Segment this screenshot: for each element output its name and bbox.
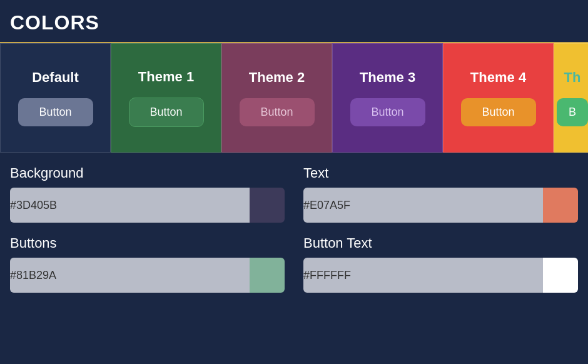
theme-default-label: Default — [32, 69, 79, 86]
background-input[interactable] — [10, 188, 250, 223]
theme-2-button[interactable]: Button — [240, 98, 315, 126]
buttons-input[interactable] — [10, 258, 250, 293]
theme-3-label: Theme 3 — [360, 69, 415, 86]
theme-card-2[interactable]: Theme 2 Button — [221, 43, 332, 153]
text-input[interactable] — [303, 188, 543, 223]
theme-4-label: Theme 4 — [470, 69, 526, 86]
theme-5-label: Th — [564, 69, 581, 86]
color-group-background: Background — [10, 165, 285, 223]
background-label: Background — [10, 165, 285, 181]
button-text-label: Button Text — [303, 235, 578, 251]
color-group-buttons: Buttons — [10, 235, 285, 293]
buttons-swatch[interactable] — [250, 258, 285, 293]
text-input-row — [303, 188, 578, 223]
theme-4-button[interactable]: Button — [461, 98, 536, 126]
color-section: Background Text Buttons Button Text — [0, 153, 588, 311]
theme-card-4[interactable]: Theme 4 Button — [443, 43, 554, 153]
page-header: COLORS — [0, 0, 588, 43]
theme-default-button[interactable]: Button — [18, 98, 93, 126]
theme-5-button[interactable]: B — [557, 98, 588, 126]
theme-1-button[interactable]: Button — [129, 98, 204, 127]
theme-card-default[interactable]: Default Button — [0, 43, 111, 153]
buttons-label: Buttons — [10, 235, 285, 251]
color-group-text: Text — [303, 165, 578, 223]
background-swatch[interactable] — [250, 188, 285, 223]
theme-3-button[interactable]: Button — [350, 98, 425, 126]
themes-row: Default Button Theme 1 Button Theme 2 Bu… — [0, 43, 588, 153]
background-input-row — [10, 188, 285, 223]
buttons-input-row — [10, 258, 285, 293]
button-text-input-row — [303, 258, 578, 293]
text-swatch[interactable] — [543, 188, 578, 223]
button-text-input[interactable] — [303, 258, 543, 293]
theme-2-label: Theme 2 — [249, 69, 305, 86]
theme-card-3[interactable]: Theme 3 Button — [332, 43, 443, 153]
button-text-swatch[interactable] — [543, 258, 578, 293]
text-label: Text — [303, 165, 578, 181]
theme-card-1[interactable]: Theme 1 Button — [111, 43, 221, 153]
color-group-button-text: Button Text — [303, 235, 578, 293]
theme-card-5[interactable]: Th B — [554, 43, 588, 153]
theme-1-label: Theme 1 — [138, 69, 194, 85]
page-title: COLORS — [10, 11, 578, 34]
